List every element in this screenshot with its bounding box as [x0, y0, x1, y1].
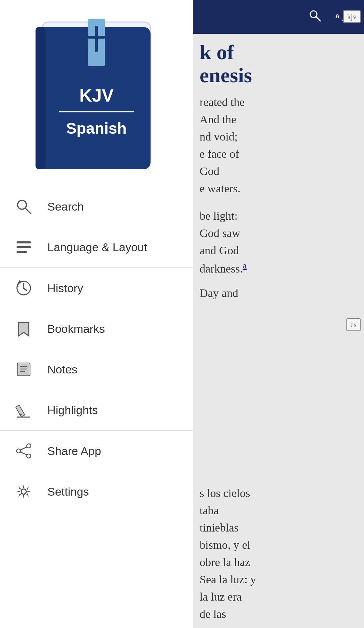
svg-line-14 [25, 208, 31, 214]
layout-menu-icon [14, 237, 34, 257]
bible-content-top: reated the And the nd void; e face of Go… [193, 90, 364, 200]
menu-item-share-app[interactable]: Share App [0, 431, 193, 471]
menu-item-bookmarks[interactable]: Bookmarks [0, 308, 193, 349]
menu-section: Search Language & Layout [0, 186, 193, 628]
menu-item-language-layout[interactable]: Language & Layout [0, 227, 193, 267]
footnote-a[interactable]: a [243, 261, 247, 270]
svg-point-28 [27, 454, 31, 458]
bible-book-title: k of enesis [193, 34, 364, 90]
search-menu-icon [14, 196, 34, 217]
svg-line-30 [20, 447, 27, 450]
share-menu-icon [14, 441, 34, 461]
svg-text:A: A [335, 13, 340, 20]
es-version-badge[interactable]: es [346, 318, 361, 331]
kjv-version-badge[interactable]: kjv [343, 10, 361, 23]
share-app-menu-label: Share App [47, 445, 101, 458]
language-layout-menu-label: Language & Layout [47, 241, 147, 254]
bible-content-mid2: Day and [193, 281, 364, 305]
svg-point-33 [21, 489, 26, 494]
settings-menu-label: Settings [47, 485, 89, 498]
drawer-panel: KJV Spanish Search [0, 0, 193, 628]
svg-rect-17 [17, 251, 27, 253]
menu-item-history[interactable]: History [0, 268, 193, 308]
bible-title-line2: enesis [200, 64, 357, 87]
menu-item-settings[interactable]: Settings [0, 471, 193, 512]
svg-point-29 [17, 449, 21, 453]
app-logo: KJV Spanish [32, 17, 161, 173]
menu-item-search[interactable]: Search [0, 186, 193, 227]
bible-header: A A [193, 0, 364, 34]
highlights-menu-label: Highlights [47, 404, 98, 417]
svg-point-27 [27, 444, 31, 448]
bible-panel: A A kjv k of enesis reated the And the n… [193, 0, 364, 628]
bible-content-mid: be light: God saw and God darkness.a [193, 204, 364, 281]
svg-line-1 [316, 17, 320, 21]
highlights-menu-icon [14, 400, 34, 420]
notes-menu-label: Notes [47, 363, 77, 376]
svg-rect-16 [17, 246, 31, 248]
menu-item-highlights[interactable]: Highlights [0, 390, 193, 430]
history-menu-icon [14, 278, 34, 298]
notes-menu-icon [14, 359, 34, 380]
menu-item-notes[interactable]: Notes [0, 349, 193, 390]
bookmark-menu-icon [14, 319, 34, 339]
search-header-icon[interactable] [308, 9, 322, 25]
svg-text:Spanish: Spanish [66, 120, 127, 137]
search-menu-label: Search [47, 200, 84, 213]
svg-rect-15 [17, 241, 31, 243]
settings-menu-icon [14, 481, 34, 502]
bible-content-lower: s los cielos taba tinieblas bismo, y el … [193, 481, 364, 626]
svg-line-31 [20, 452, 27, 455]
app-logo-area: KJV Spanish [0, 0, 193, 186]
bookmarks-menu-label: Bookmarks [47, 322, 105, 335]
svg-text:KJV: KJV [79, 86, 113, 105]
history-menu-label: History [47, 282, 83, 295]
svg-rect-6 [36, 27, 46, 169]
bible-title-line1: k of [200, 41, 357, 64]
